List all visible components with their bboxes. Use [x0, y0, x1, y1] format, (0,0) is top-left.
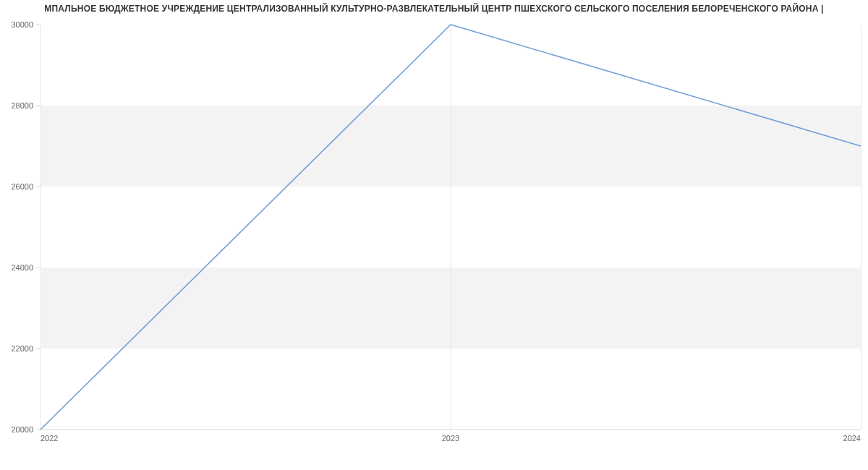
x-axis-line	[41, 430, 861, 430]
y-tick	[36, 349, 41, 349]
x-tick-label: 2022	[41, 434, 58, 443]
line-series	[41, 25, 861, 430]
y-tick-label: 24000	[0, 263, 33, 272]
chart-area: 200002200024000260002800030000 202220232…	[0, 17, 868, 458]
y-tick-label: 26000	[0, 182, 33, 191]
x-tick-label: 2024	[832, 434, 861, 443]
y-tick-label: 28000	[0, 101, 33, 110]
y-tick	[36, 430, 41, 430]
plot-area	[41, 25, 861, 430]
x-gridline	[861, 25, 861, 430]
chart-title: МПАЛЬНОЕ БЮДЖЕТНОЕ УЧРЕЖДЕНИЕ ЦЕНТРАЛИЗО…	[0, 0, 868, 17]
x-tick-label: 2023	[436, 434, 465, 443]
y-tick-label: 30000	[0, 20, 33, 29]
y-tick	[36, 268, 41, 268]
y-tick	[36, 187, 41, 187]
y-tick-label: 22000	[0, 344, 33, 353]
y-tick	[36, 25, 41, 25]
y-tick	[36, 106, 41, 106]
y-tick-label: 20000	[0, 425, 33, 434]
